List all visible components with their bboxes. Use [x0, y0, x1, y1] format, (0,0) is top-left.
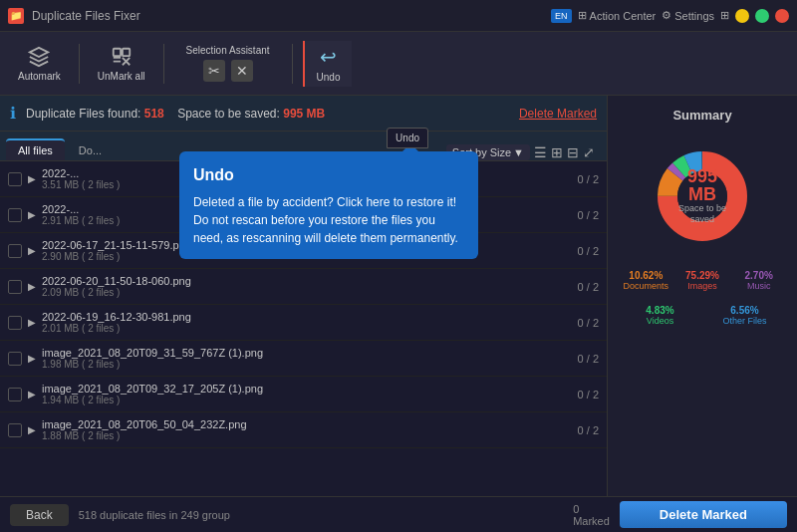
file-meta-7: 1.88 MB ( 2 files ): [42, 430, 572, 441]
file-name-4: 2022-06-19_16-12-30-981.png: [42, 311, 572, 323]
file-checkbox-4[interactable]: [8, 316, 22, 330]
file-info-5: image_2021_08_20T09_31_59_767Z (1).png 1…: [42, 347, 572, 370]
file-checkbox-2[interactable]: [8, 244, 22, 258]
selection-icons: ✂ ✕: [203, 60, 253, 82]
info-bar: ℹ Duplicate Files found: 518 Space to be…: [0, 96, 607, 132]
file-checkbox-0[interactable]: [8, 172, 22, 186]
selection-assistant-label: Selection Assistant: [186, 45, 270, 56]
back-button[interactable]: Back: [10, 504, 69, 526]
stat-images: 75.29% Images: [676, 270, 729, 291]
dup-count: 518: [144, 107, 164, 121]
file-ratio-5: 0 / 2: [578, 353, 599, 365]
unmark-icon: [111, 46, 133, 68]
main-area: ℹ Duplicate Files found: 518 Space to be…: [0, 96, 797, 496]
undo-popup: Undo Undo Deleted a file by accident? Cl…: [179, 151, 478, 259]
bottom-bar: Back 518 duplicate files in 249 group 0 …: [0, 496, 797, 532]
file-row[interactable]: ▶ image_2021_08_20T09_32_17_205Z (1).png…: [0, 377, 607, 412]
marked-count: 0 Marked: [573, 503, 610, 527]
unmark-label: UnMark all: [98, 71, 145, 82]
minimize-button[interactable]: [735, 9, 749, 23]
delete-marked-link[interactable]: Delete Marked: [519, 107, 597, 121]
other-name: Other Files: [704, 316, 785, 326]
music-name: Music: [732, 281, 785, 291]
svg-rect-1: [123, 48, 130, 55]
grid-view-icon[interactable]: ⊞: [551, 144, 563, 160]
dup-label: Duplicate Files found:: [26, 107, 140, 121]
images-pct: 75.29%: [676, 270, 729, 281]
tab-do[interactable]: Do...: [67, 140, 114, 160]
info-icon: ℹ: [10, 104, 16, 123]
grid-icon[interactable]: ⊞: [720, 9, 729, 22]
file-checkbox-3[interactable]: [8, 280, 22, 294]
stat-documents: 10.62% Documents: [620, 270, 672, 291]
file-row[interactable]: ▶ image_2021_08_20T09_31_59_767Z (1).png…: [0, 341, 607, 377]
file-ratio-3: 0 / 2: [578, 281, 599, 293]
file-expand-icon-7[interactable]: ▶: [28, 424, 36, 435]
file-meta-5: 1.98 MB ( 2 files ): [42, 359, 572, 370]
automark-label: Automark: [18, 71, 61, 82]
videos-name: Videos: [620, 316, 700, 326]
file-info-6: image_2021_08_20T09_32_17_205Z (1).png 1…: [42, 383, 572, 405]
tab-all-files[interactable]: All files: [6, 138, 65, 160]
file-meta-4: 2.01 MB ( 2 files ): [42, 323, 572, 334]
images-name: Images: [676, 281, 729, 291]
file-name-5: image_2021_08_20T09_31_59_767Z (1).png: [42, 347, 572, 359]
file-row[interactable]: ▶ 2022-06-20_11-50-18-060.png 2.09 MB ( …: [0, 269, 607, 305]
file-name-3: 2022-06-20_11-50-18-060.png: [42, 275, 572, 287]
select-icon-1[interactable]: ✂: [203, 60, 225, 82]
file-expand-icon-1[interactable]: ▶: [28, 209, 36, 220]
undo-tag: Undo: [387, 128, 428, 148]
stat-videos: 4.83% Videos: [620, 305, 700, 326]
file-checkbox-6[interactable]: [8, 388, 22, 401]
file-checkbox-7[interactable]: [8, 423, 22, 437]
expand-icon[interactable]: ⤢: [583, 144, 595, 160]
stat-music: 2.70% Music: [732, 270, 785, 291]
tile-view-icon[interactable]: ⊟: [567, 144, 579, 160]
separator-1: [79, 44, 80, 84]
file-expand-icon-3[interactable]: ▶: [28, 281, 36, 292]
stats-row-1: 10.62% Documents 75.29% Images 2.70% Mus…: [620, 270, 785, 291]
file-checkbox-5[interactable]: [8, 352, 22, 366]
file-name-6: image_2021_08_20T09_32_17_205Z (1).png: [42, 383, 572, 395]
separator-3: [292, 44, 293, 84]
action-center-button[interactable]: ⊞ Action Center: [578, 9, 657, 22]
automark-icon: [28, 46, 50, 68]
stats-row-2: 4.83% Videos 6.56% Other Files: [620, 305, 785, 326]
app-icon: 📁: [8, 8, 24, 24]
automark-button[interactable]: Automark: [10, 42, 69, 86]
maximize-button[interactable]: [755, 9, 769, 23]
file-checkbox-1[interactable]: [8, 208, 22, 222]
list-view-icon[interactable]: ☰: [534, 144, 547, 160]
file-expand-icon-0[interactable]: ▶: [28, 173, 36, 184]
undo-popup-body[interactable]: Deleted a file by accident? Click here t…: [193, 193, 464, 247]
language-flag[interactable]: EN: [551, 9, 572, 23]
docs-name: Documents: [620, 281, 672, 291]
summary-title: Summary: [620, 108, 785, 123]
file-info-7: image_2021_08_20T06_50_04_232Z.png 1.88 …: [42, 418, 572, 441]
file-meta-6: 1.94 MB ( 2 files ): [42, 395, 572, 405]
settings-button[interactable]: ⚙ Settings: [662, 9, 714, 22]
undo-popup-title: Undo: [193, 163, 464, 187]
file-expand-icon-6[interactable]: ▶: [28, 389, 36, 399]
delete-marked-button[interactable]: Delete Marked: [620, 501, 787, 528]
space-label: Space to be saved:: [177, 107, 280, 121]
info-label: Duplicate Files found: 518 Space to be s…: [26, 107, 325, 121]
file-ratio-4: 0 / 2: [578, 317, 599, 329]
file-expand-icon-2[interactable]: ▶: [28, 245, 36, 256]
unmark-all-button[interactable]: UnMark all: [90, 42, 153, 86]
other-pct: 6.56%: [704, 305, 785, 316]
selection-assistant: Selection Assistant ✂ ✕: [174, 41, 282, 86]
select-icon-2[interactable]: ✕: [231, 60, 253, 82]
close-button[interactable]: [775, 9, 789, 23]
file-row[interactable]: ▶ image_2021_08_20T06_50_04_232Z.png 1.8…: [0, 412, 607, 448]
donut-center: 995 MB Space to be saved: [672, 167, 732, 225]
undo-button[interactable]: ↩ Undo: [303, 41, 353, 87]
stat-other: 6.56% Other Files: [704, 305, 785, 326]
file-ratio-0: 0 / 2: [578, 173, 599, 185]
file-expand-icon-5[interactable]: ▶: [28, 353, 36, 364]
file-info-3: 2022-06-20_11-50-18-060.png 2.09 MB ( 2 …: [42, 275, 572, 298]
file-expand-icon-4[interactable]: ▶: [28, 317, 36, 328]
file-row[interactable]: ▶ 2022-06-19_16-12-30-981.png 2.01 MB ( …: [0, 305, 607, 341]
file-ratio-1: 0 / 2: [578, 209, 599, 221]
videos-pct: 4.83%: [620, 305, 700, 316]
